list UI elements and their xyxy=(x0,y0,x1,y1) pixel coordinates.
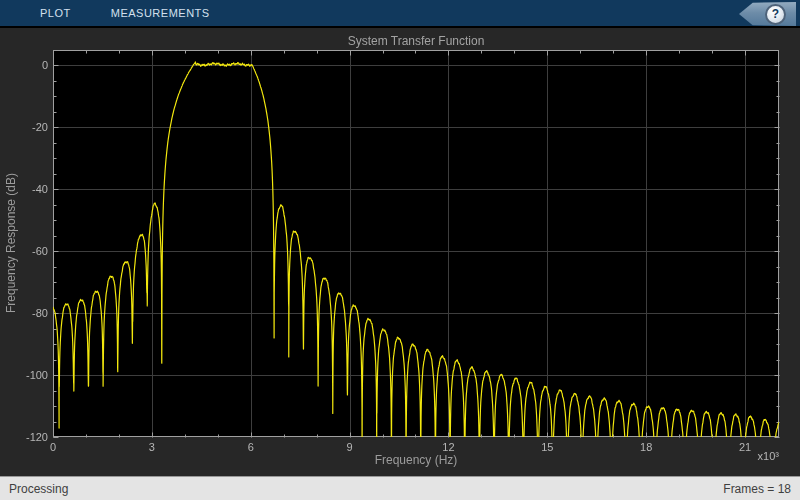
x-tick-label: 18 xyxy=(629,441,663,453)
x-tick-label: 9 xyxy=(333,441,367,453)
status-text: Processing xyxy=(9,482,68,496)
y-tick-label: 0 xyxy=(2,59,48,71)
x-tick-label: 21 xyxy=(728,441,762,453)
tab-plot[interactable]: PLOT xyxy=(40,0,71,26)
frequency-response-plot[interactable] xyxy=(0,30,800,470)
y-tick-label: -40 xyxy=(2,183,48,195)
toolstrip: PLOT MEASUREMENTS ? xyxy=(0,0,800,28)
frames-counter: Frames = 18 xyxy=(723,482,791,496)
status-bar: Processing Frames = 18 xyxy=(0,476,800,500)
y-tick-label: -20 xyxy=(2,121,48,133)
plot-title: System Transfer Function xyxy=(53,34,779,48)
tab-measurements[interactable]: MEASUREMENTS xyxy=(111,0,210,26)
x-tick-label: 12 xyxy=(431,441,465,453)
scope-window: PLOT MEASUREMENTS ? System Transfer Func… xyxy=(0,0,800,500)
help-button[interactable]: ? xyxy=(739,2,796,26)
y-tick-label: -100 xyxy=(2,369,48,381)
x-tick-label: 3 xyxy=(135,441,169,453)
figure-area: System Transfer Function Frequency Respo… xyxy=(0,30,800,476)
x-tick-label: 6 xyxy=(234,441,268,453)
y-tick-label: -120 xyxy=(2,431,48,443)
y-tick-label: -80 xyxy=(2,307,48,319)
x-tick-label: 15 xyxy=(530,441,564,453)
y-tick-label: -60 xyxy=(2,245,48,257)
help-icon[interactable]: ? xyxy=(765,4,786,25)
